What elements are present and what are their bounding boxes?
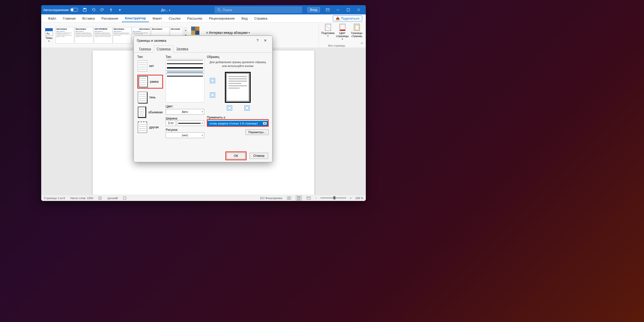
word-count-status[interactable]: Число слов: 1550 xyxy=(70,197,93,200)
undo-icon[interactable] xyxy=(91,8,96,12)
style-option[interactable] xyxy=(167,63,203,64)
width-dropdown[interactable]: 3 пт xyxy=(166,120,204,126)
tab-page[interactable]: Страница xyxy=(154,45,173,53)
page-color-button[interactable]: Цвет страницы▾ xyxy=(336,24,349,40)
ok-button[interactable]: ОК xyxy=(227,153,245,159)
tab-help[interactable]: Справка xyxy=(251,15,270,22)
options-button[interactable]: Параметры... xyxy=(245,129,269,135)
style-option[interactable] xyxy=(167,67,203,69)
type-custom[interactable]: другая xyxy=(137,121,163,133)
autosave-label: Автосохранение xyxy=(43,8,69,12)
style-item[interactable]: ЗаголовокЗаголовок 1Коллекция на вкладке… xyxy=(56,27,74,44)
apply-to-dropdown[interactable]: этому разделу (только 1-й странице) xyxy=(208,121,268,126)
language-status[interactable]: русский xyxy=(108,197,118,200)
apply-label: Применить к: xyxy=(207,116,269,119)
login-button[interactable]: Вход xyxy=(307,7,320,12)
autosave-toggle[interactable]: Автосохранение xyxy=(43,8,78,12)
preview-hint: Для добавления границ щелкните образец и… xyxy=(207,60,269,68)
type-shadow[interactable]: тень xyxy=(137,91,163,104)
maximize-icon[interactable] xyxy=(343,5,353,14)
tab-shading[interactable]: Заливка xyxy=(173,45,191,53)
zoom-level[interactable]: 108 % xyxy=(355,197,363,200)
spellcheck-icon[interactable] xyxy=(98,196,103,200)
type-none[interactable]: нет xyxy=(137,60,163,72)
style-item[interactable]: ЗАГОЛОВОКЗаголовок 1Коллекция на вкладке… xyxy=(94,27,112,44)
tab-insert[interactable]: Вставка xyxy=(79,15,98,22)
ribbon-display-icon[interactable] xyxy=(323,5,333,14)
title-bar: Автосохранение ¶ ▾ До... ▾ Вход xyxy=(41,5,366,14)
border-top-button[interactable] xyxy=(210,78,215,83)
svg-rect-23 xyxy=(307,197,310,199)
type-3d[interactable]: объемная xyxy=(137,106,163,118)
save-icon[interactable] xyxy=(83,8,87,12)
tab-border[interactable]: Граница xyxy=(136,45,154,53)
colors-button[interactable] xyxy=(191,27,199,35)
share-button[interactable]: 📤 Поделиться xyxy=(333,15,362,21)
type-box[interactable]: рамка xyxy=(137,75,163,89)
toggle-icon xyxy=(70,8,78,12)
dialog-title-bar: Границы и заливка ? ✕ xyxy=(134,36,272,45)
dialog-tabs: Граница Страница Заливка xyxy=(134,45,272,53)
page-number-status[interactable]: Страница 1 из 6 xyxy=(44,197,65,200)
status-bar: Страница 1 из 6 Число слов: 1550 русский… xyxy=(41,195,366,201)
style-option[interactable] xyxy=(167,76,203,77)
customize-qat-icon[interactable]: ▾ xyxy=(118,8,122,12)
share-icon: 📤 xyxy=(336,16,340,20)
help-icon[interactable]: ? xyxy=(254,37,261,44)
close-icon[interactable]: ✕ xyxy=(261,37,269,44)
tab-mailings[interactable]: Рассылки xyxy=(184,15,205,22)
tab-layout[interactable]: Макет xyxy=(149,15,165,22)
tab-file[interactable]: Файл xyxy=(45,15,59,22)
preview-column: Образец Для добавления границ щелкните о… xyxy=(207,55,269,147)
zoom-in-icon[interactable]: + xyxy=(350,197,351,200)
collapse-ribbon-icon[interactable]: ⌃ xyxy=(359,41,364,47)
watermark-button[interactable]: Подложка▾ xyxy=(321,24,334,37)
svg-rect-18 xyxy=(287,197,289,199)
web-layout-icon[interactable] xyxy=(306,196,312,201)
svg-rect-19 xyxy=(289,197,291,199)
svg-line-3 xyxy=(219,10,221,11)
paragraph-spacing-button[interactable]: ≡Интервал между абзацами ▾ xyxy=(206,31,250,35)
style-option[interactable] xyxy=(167,60,203,60)
color-dropdown[interactable]: Авто xyxy=(166,109,204,115)
art-dropdown[interactable]: (нет) xyxy=(166,132,204,138)
tab-view[interactable]: Вид xyxy=(239,15,251,22)
style-item[interactable]: ЗаголовокЗаголовок 1Коллекция на вкладке… xyxy=(75,27,93,44)
page-borders-icon xyxy=(354,24,360,31)
zoom-slider[interactable] xyxy=(320,198,346,198)
pilcrow-icon[interactable]: ¶ xyxy=(109,8,113,12)
svg-point-2 xyxy=(218,9,220,11)
svg-rect-7 xyxy=(347,9,350,11)
preview-page-icon[interactable] xyxy=(225,72,251,103)
search-input[interactable] xyxy=(223,8,300,12)
print-layout-icon[interactable] xyxy=(296,196,302,201)
zoom-out-icon[interactable]: − xyxy=(315,197,317,200)
border-left-button[interactable] xyxy=(210,92,215,98)
tab-home[interactable]: Главная xyxy=(60,15,79,22)
minimize-icon[interactable] xyxy=(333,5,343,14)
dialog-title: Границы и заливка xyxy=(137,39,166,43)
preview-label: Образец xyxy=(207,55,269,59)
close-icon[interactable] xyxy=(353,5,364,14)
search-icon xyxy=(217,8,221,12)
width-preview xyxy=(177,120,204,126)
border-right-button[interactable] xyxy=(244,105,250,111)
cancel-button[interactable]: Отмена xyxy=(250,153,268,159)
tab-review[interactable]: Рецензирование xyxy=(206,15,238,22)
accessibility-icon[interactable] xyxy=(123,196,126,200)
svg-rect-1 xyxy=(84,8,86,9)
border-bottom-button[interactable] xyxy=(227,105,232,111)
tab-references[interactable]: Ссылки xyxy=(166,15,184,22)
search-box[interactable] xyxy=(215,6,302,13)
style-option[interactable] xyxy=(167,72,203,73)
focus-mode-button[interactable]: [◎]Фокусировка xyxy=(260,196,282,200)
redo-icon[interactable] xyxy=(100,8,104,12)
type-label: Тип: xyxy=(137,55,163,59)
read-mode-icon[interactable] xyxy=(286,196,292,201)
style-item[interactable]: ЗаголовокЗаголовок 1Коллекция на вкладке… xyxy=(113,27,131,44)
page-borders-button[interactable]: Границы страниц xyxy=(350,24,363,38)
tab-draw[interactable]: Рисование xyxy=(98,15,121,22)
tab-design[interactable]: Конструктор xyxy=(122,15,149,22)
style-list[interactable] xyxy=(166,59,204,103)
themes-button[interactable]: Темы ▾ xyxy=(44,28,54,42)
